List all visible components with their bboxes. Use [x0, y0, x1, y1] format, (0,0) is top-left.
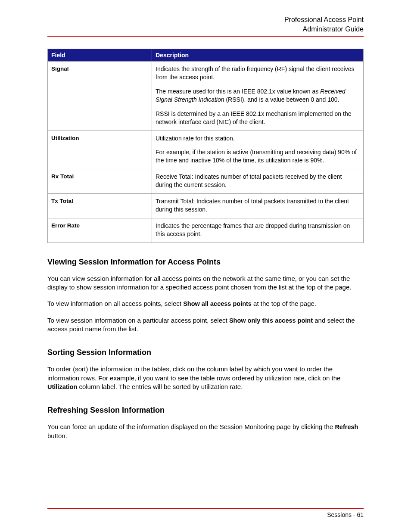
field-description-paragraph: Utilization rate for this station.: [156, 134, 360, 143]
field-name: Utilization: [48, 131, 152, 169]
text-segment: For example, if the station is active (t…: [156, 149, 357, 164]
sections-container: Viewing Session Information for Access P…: [47, 258, 364, 441]
section-heading: Sorting Session Information: [47, 348, 364, 357]
text-segment: To order (sort) the information in the t…: [47, 365, 340, 381]
text-segment: You can force an update of the informati…: [47, 423, 335, 430]
page-header: Professional Access Point Administrator …: [47, 15, 364, 37]
fields-tbody: SignalIndicates the strength of the radi…: [48, 62, 364, 243]
text-segment: Transmit Total: Indicates number of tota…: [156, 198, 349, 213]
field-name: Rx Total: [48, 169, 152, 194]
text-segment: The measure used for this is an IEEE 802…: [156, 88, 320, 95]
header-line-1: Professional Access Point: [47, 15, 364, 25]
text-segment: Indicates the percentage frames that are…: [156, 222, 350, 237]
table-row: Rx TotalReceive Total: Indicates number …: [48, 169, 364, 194]
body-paragraph: You can force an update of the informati…: [47, 423, 364, 440]
field-description-paragraph: Receive Total: Indicates number of total…: [156, 173, 360, 189]
table-row: UtilizationUtilization rate for this sta…: [48, 131, 364, 169]
field-name: Error Rate: [48, 218, 152, 243]
th-description: Description: [152, 49, 364, 62]
table-row: Error RateIndicates the percentage frame…: [48, 218, 364, 243]
section-heading: Viewing Session Information for Access P…: [47, 258, 364, 267]
field-description: Receive Total: Indicates number of total…: [152, 169, 364, 194]
table-row: Tx TotalTransmit Total: Indicates number…: [48, 193, 364, 218]
field-description-paragraph: Indicates the strength of the radio freq…: [156, 65, 360, 81]
field-name: Signal: [48, 62, 152, 131]
text-segment: Indicates the strength of the radio freq…: [156, 65, 354, 81]
body-paragraph: You can view session information for all…: [47, 274, 364, 292]
footer-section: Sessions: [327, 511, 352, 518]
field-description: Indicates the strength of the radio freq…: [152, 62, 364, 131]
section-heading: Refreshing Session Information: [47, 406, 364, 415]
text-segment: at the top of the page.: [252, 300, 316, 307]
text-segment: You can view session information for all…: [47, 275, 351, 291]
text-segment: Receive Total: Indicates number of total…: [156, 173, 342, 188]
field-description-paragraph: Indicates the percentage frames that are…: [156, 222, 360, 238]
th-field: Field: [48, 49, 152, 62]
field-description: Utilization rate for this station.For ex…: [152, 131, 364, 169]
header-line-2: Administrator Guide: [47, 25, 364, 34]
field-description: Transmit Total: Indicates number of tota…: [152, 193, 364, 218]
text-segment: (RSSI), and is a value between 0 and 100…: [224, 96, 339, 103]
bold-text: Show only this access point: [229, 317, 313, 324]
footer-page-number: 61: [357, 511, 364, 518]
bold-text: Utilization: [47, 383, 77, 390]
field-description-paragraph: The measure used for this is an IEEE 802…: [156, 87, 360, 104]
page: Professional Access Point Administrator …: [0, 0, 411, 532]
text-segment: button.: [47, 432, 67, 439]
bold-text: Show all access points: [183, 300, 252, 307]
table-row: SignalIndicates the strength of the radi…: [48, 62, 364, 131]
field-description-paragraph: Transmit Total: Indicates number of tota…: [156, 197, 360, 214]
body-paragraph: To view information on all access points…: [47, 299, 364, 308]
body-paragraph: To view session information on a particu…: [47, 316, 364, 334]
text-segment: RSSI is determined by a an IEEE 802.1x m…: [156, 110, 351, 125]
footer-sep: -: [352, 511, 357, 518]
text-segment: Utilization rate for this station.: [156, 135, 235, 142]
page-footer: Sessions - 61: [47, 508, 364, 518]
field-description-paragraph: For example, if the station is active (t…: [156, 148, 360, 165]
text-segment: To view information on all access points…: [47, 300, 183, 307]
field-name: Tx Total: [48, 193, 152, 218]
fields-table: Field Description SignalIndicates the st…: [47, 49, 364, 243]
bold-text: Refresh: [335, 423, 358, 430]
text-segment: To view session information on a particu…: [47, 317, 229, 324]
field-description: Indicates the percentage frames that are…: [152, 218, 364, 243]
body-paragraph: To order (sort) the information in the t…: [47, 365, 364, 391]
field-description-paragraph: RSSI is determined by a an IEEE 802.1x m…: [156, 110, 360, 126]
text-segment: column label. The entries will be sorted…: [77, 383, 243, 390]
